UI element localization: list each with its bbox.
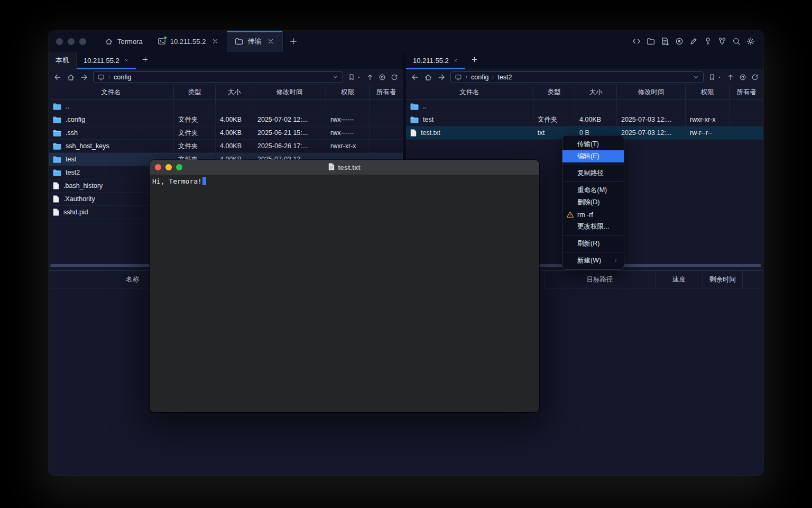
search-icon[interactable] [732, 37, 741, 46]
forward-button[interactable] [80, 73, 88, 81]
home-button[interactable] [424, 73, 432, 81]
bookmark-icon[interactable] [348, 74, 355, 81]
folder-icon [53, 116, 61, 123]
transfer-column-header[interactable]: 速度 [656, 271, 703, 288]
new-pane-tab-button[interactable] [465, 52, 484, 69]
column-header-3[interactable]: 修改时间 [617, 85, 686, 99]
show-hidden-files-button[interactable] [739, 74, 746, 81]
chevron-right-icon [464, 74, 469, 80]
bookmark-group [348, 74, 362, 81]
close-icon[interactable] [124, 58, 129, 63]
chevron-down-icon[interactable] [693, 74, 699, 80]
editor-minimize-button[interactable] [165, 164, 172, 170]
column-header-3[interactable]: 修改时间 [253, 85, 326, 99]
upload-button[interactable] [727, 74, 734, 81]
column-header-4[interactable]: 权限 [326, 85, 370, 99]
edit-icon[interactable] [689, 37, 698, 46]
file-table-header: 文件名类型大小修改时间权限所有者 [49, 85, 403, 100]
macro-record-icon[interactable] [675, 37, 684, 46]
window-controls[interactable] [49, 31, 97, 52]
column-header-2[interactable]: 大小 [216, 85, 253, 99]
column-header-5[interactable]: 所有者 [730, 85, 763, 99]
file-name: .. [66, 103, 69, 110]
close-icon[interactable] [211, 37, 219, 46]
keychain-icon[interactable] [718, 37, 726, 46]
menu-item-新建(W)[interactable]: 新建(W) [562, 255, 624, 267]
new-pane-tab-button[interactable] [136, 52, 154, 69]
column-header-1[interactable]: 类型 [174, 85, 216, 99]
chevron-down-icon[interactable] [332, 74, 339, 80]
plus-icon [289, 37, 298, 46]
pane-tab-10.211.55.2[interactable]: 10.211.55.2 [406, 52, 465, 69]
file-row[interactable]: .. [406, 100, 763, 113]
menu-item-label: 传输(T) [577, 140, 599, 149]
upload-button[interactable] [366, 74, 374, 81]
menu-item-刷新(R)[interactable]: 刷新(R) [562, 238, 624, 250]
file-type-cell [533, 100, 575, 113]
back-button[interactable] [411, 73, 419, 81]
column-header-1[interactable]: 类型 [533, 85, 575, 99]
pane-tab-bar: 10.211.55.2 [406, 52, 763, 69]
show-hidden-files-button[interactable] [379, 74, 386, 81]
refresh-button[interactable] [391, 74, 398, 81]
transfer-column-header[interactable]: 目标路径 [545, 271, 656, 288]
file-icon [53, 195, 59, 203]
column-header-0[interactable]: 文件名 [49, 85, 174, 99]
file-row[interactable]: .config文件夹4.00KB2025-07-02 12:...rwx----… [49, 113, 403, 126]
log-icon[interactable] [661, 37, 669, 46]
editor-close-button[interactable] [155, 164, 161, 170]
column-header-0[interactable]: 文件名 [406, 85, 533, 99]
chevron-right-icon [106, 74, 112, 80]
back-button[interactable] [53, 73, 62, 81]
titlebar-actions [632, 31, 763, 52]
path-input[interactable]: config [93, 71, 343, 83]
menu-item-重命名(M)[interactable]: 重命名(M) [562, 184, 624, 196]
folder-icon [53, 156, 61, 163]
zoom-window-button[interactable] [79, 38, 86, 45]
pane-tab-本机[interactable]: 本机 [49, 52, 77, 69]
editor-window-controls[interactable] [150, 164, 182, 170]
menu-item-删除(D)[interactable]: 删除(D) [562, 196, 624, 208]
file-name-cell: .. [406, 100, 533, 113]
transfer-column-header[interactable]: 剩余时间 [703, 271, 743, 288]
tab-label: Termora [117, 38, 143, 46]
refresh-button[interactable] [751, 74, 759, 81]
tab-transfer[interactable]: 传输 [227, 31, 283, 52]
path-input[interactable]: configtest2 [450, 71, 704, 83]
menu-item-传输(T)[interactable]: 传输(T) [562, 138, 624, 150]
file-row[interactable]: test文件夹4.00KB2025-07-03 12:...rwxr-xr-x [406, 113, 763, 126]
close-window-button[interactable] [56, 38, 63, 45]
minimize-window-button[interactable] [68, 38, 75, 45]
column-header-4[interactable]: 权限 [686, 85, 730, 99]
bookmark-dropdown-icon[interactable] [717, 75, 722, 80]
editor-title: test.txt [150, 163, 539, 172]
close-icon[interactable] [266, 37, 275, 46]
editor-zoom-button[interactable] [176, 164, 182, 170]
context-menu: 传输(T)编辑(E)复制路径重命名(M)删除(D)rm -rf更改权限...刷新… [562, 135, 624, 270]
menu-item-更改权限...[interactable]: 更改权限... [562, 221, 624, 233]
pane-tab-10.211.55.2[interactable]: 10.211.55.2 [77, 52, 136, 69]
column-header-2[interactable]: 大小 [575, 85, 617, 99]
settings-icon[interactable] [746, 37, 755, 46]
key-icon[interactable] [704, 37, 712, 46]
folder-icon[interactable] [647, 37, 655, 46]
editor-content[interactable]: Hi, Termora! [150, 175, 539, 412]
bookmark-dropdown-icon[interactable] [356, 75, 362, 80]
file-row[interactable]: .ssh文件夹4.00KB2025-06-21 15:...rwx------ [49, 126, 403, 140]
code-icon[interactable] [632, 37, 641, 46]
forward-button[interactable] [437, 73, 446, 81]
menu-item-编辑(E)[interactable]: 编辑(E) [562, 150, 624, 162]
tab-ssh-session[interactable]: 10.211.55.2 [150, 31, 227, 52]
close-icon[interactable] [453, 58, 458, 63]
file-mtime-cell [253, 100, 326, 113]
menu-item-复制路径[interactable]: 复制路径 [562, 167, 624, 179]
bookmark-icon[interactable] [708, 74, 716, 81]
menu-item-label: 更改权限... [577, 222, 609, 231]
file-row[interactable]: .. [49, 100, 403, 113]
new-tab-button[interactable] [283, 31, 304, 52]
column-header-5[interactable]: 所有者 [370, 85, 403, 99]
home-button[interactable] [67, 73, 75, 81]
tab-termora-home[interactable]: Termora [97, 31, 150, 52]
file-row[interactable]: ssh_host_keys文件夹4.00KB2025-06-26 17:...r… [49, 140, 403, 153]
menu-item-rm -rf[interactable]: rm -rf [562, 208, 624, 221]
